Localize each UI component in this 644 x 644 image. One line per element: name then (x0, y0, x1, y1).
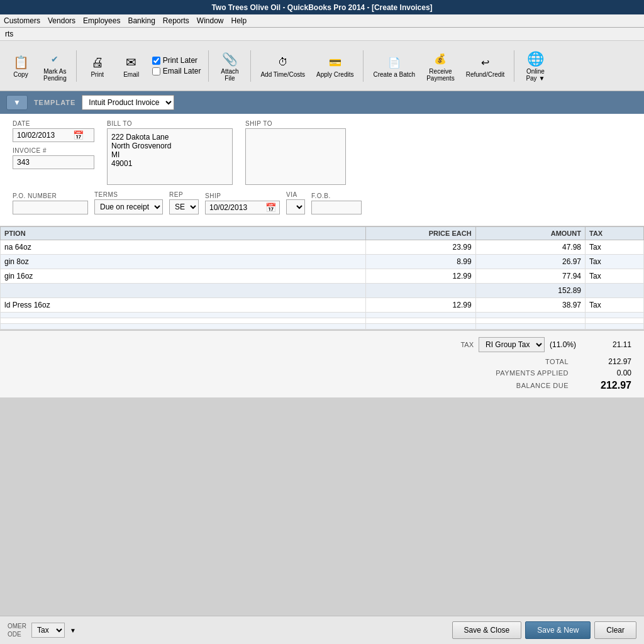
ship-date-field-group: SHIP 📅 (205, 192, 280, 214)
form-header: DATE 📅 INVOICE # BILL TO 222 Dakota Lane… (13, 120, 631, 185)
row-description[interactable]: na 64oz (1, 240, 366, 255)
terms-select[interactable]: Due on receipt Net 30 (94, 199, 163, 214)
invoice-num-input[interactable] (13, 155, 94, 169)
po-number-label: P.O. NUMBER (13, 192, 88, 199)
row-price[interactable]: 23.99 (366, 240, 475, 255)
bill-to-textarea[interactable]: 222 Dakota Lane North Grosvenord MI 4900… (107, 128, 233, 185)
row-tax[interactable] (585, 313, 643, 318)
fob-input[interactable] (311, 201, 362, 214)
bill-to-label: BILL TO (107, 120, 233, 127)
row-description[interactable] (1, 284, 366, 298)
online-pay-button[interactable]: 🌐 OnlinePay ▼ (519, 47, 551, 85)
row-description[interactable]: gin 8oz (1, 255, 366, 269)
action-bar: OMER ODE Tax Non ▼ Save & Close Save & N… (0, 616, 644, 644)
customer-tax-select[interactable]: Tax Non (31, 623, 65, 638)
rep-select[interactable]: SE (169, 199, 199, 214)
divider-4 (363, 50, 364, 82)
menu-banking[interactable]: Banking (128, 16, 155, 25)
row-price[interactable]: 12.99 (366, 298, 475, 313)
attach-file-button[interactable]: 📎 AttachFile (214, 47, 245, 85)
row-price[interactable] (366, 284, 475, 298)
date-field-group: DATE 📅 (13, 120, 94, 142)
row-description[interactable] (1, 324, 366, 330)
row-description[interactable]: gin 16oz (1, 269, 366, 284)
row-price[interactable] (366, 324, 475, 330)
terms-field-group: TERMS Due on receipt Net 30 (94, 191, 163, 214)
row-amount (475, 324, 585, 330)
row-description[interactable] (1, 313, 366, 318)
print-button[interactable]: 🖨 Print (82, 50, 113, 81)
email-later-checkbox-label[interactable]: Email Later (152, 67, 201, 75)
ship-calendar-icon[interactable]: 📅 (262, 201, 279, 214)
row-tax[interactable] (585, 318, 643, 324)
menu-employees[interactable]: Employees (83, 16, 120, 25)
balance-due-row: BALANCE DUE 212.97 (468, 380, 631, 391)
row-description[interactable]: ld Press 16oz (1, 298, 366, 313)
menu-bar: Customers Vendors Employees Banking Repo… (0, 14, 644, 28)
po-number-input[interactable] (13, 201, 88, 214)
menu-vendors[interactable]: Vendors (48, 16, 75, 25)
action-bar-left: OMER ODE Tax Non ▼ (8, 623, 76, 638)
row-amount: 26.97 (475, 255, 585, 269)
email-button[interactable]: ✉ Email (116, 50, 147, 81)
ship-date-input[interactable] (206, 201, 262, 214)
date-calendar-icon[interactable]: 📅 (70, 129, 87, 142)
create-batch-button[interactable]: 📄 Create a Batch (369, 50, 419, 81)
balance-due-value: 212.97 (581, 380, 631, 391)
row-tax[interactable] (585, 324, 643, 330)
template-select[interactable]: Intuit Product Invoice Intuit Service In… (82, 95, 174, 110)
print-email-options: Print Later Email Later (150, 53, 204, 78)
customer-code-label1: OMER (8, 623, 26, 630)
via-field-group: VIA (286, 191, 305, 214)
row-price[interactable]: 8.99 (366, 255, 475, 269)
attach-icon: 📎 (219, 50, 240, 68)
save-close-button[interactable]: Save & Close (452, 621, 522, 639)
menu-window[interactable]: Window (197, 16, 224, 25)
via-select[interactable] (286, 199, 305, 214)
row-tax[interactable]: Tax (585, 255, 643, 269)
tax-select[interactable]: RI Group Tax (479, 337, 545, 352)
print-later-checkbox[interactable] (152, 57, 160, 65)
total-row: TOTAL 212.97 (468, 357, 631, 366)
payments-applied-label: PAYMENTS APPLIED (468, 369, 569, 377)
row-price[interactable] (366, 313, 475, 318)
clear-button[interactable]: Clear (594, 621, 636, 639)
menu-help[interactable]: Help (231, 16, 247, 25)
table-row: gin 16oz12.9977.94Tax (1, 269, 644, 284)
rep-label: REP (169, 191, 199, 198)
row-description[interactable] (1, 318, 366, 324)
tax-label: TAX (460, 341, 474, 348)
title-text: Two Trees Olive Oil - QuickBooks Pro 201… (211, 3, 432, 12)
copy-button[interactable]: 📋 Copy (5, 50, 36, 81)
email-later-checkbox[interactable] (152, 67, 160, 75)
print-later-checkbox-label[interactable]: Print Later (152, 56, 201, 65)
save-new-button[interactable]: Save & New (525, 621, 591, 639)
breadcrumb: rts (5, 30, 13, 38)
ship-to-textarea[interactable] (245, 128, 346, 185)
row-tax[interactable]: Tax (585, 298, 643, 313)
row-tax[interactable] (585, 284, 643, 298)
row-price[interactable] (366, 318, 475, 324)
date-input[interactable] (13, 129, 70, 142)
template-arrow-button[interactable]: ▼ (6, 95, 28, 110)
add-time-costs-button[interactable]: ⏱ Add Time/Costs (256, 50, 309, 81)
apply-credits-button[interactable]: 💳 Apply Credits (312, 50, 358, 81)
row-amount: 152.89 (475, 284, 585, 298)
mark-as-pending-button[interactable]: ✔ Mark AsPending (39, 47, 71, 85)
fob-label: F.O.B. (311, 192, 362, 199)
template-bar: ▼ TEMPLATE Intuit Product Invoice Intuit… (0, 91, 644, 114)
row-tax[interactable]: Tax (585, 240, 643, 255)
row-tax[interactable]: Tax (585, 269, 643, 284)
date-input-container: 📅 (13, 128, 94, 142)
menu-reports[interactable]: Reports (163, 16, 189, 25)
menu-customers[interactable]: Customers (4, 16, 40, 25)
row-price[interactable]: 12.99 (366, 269, 475, 284)
divider-3 (250, 50, 251, 82)
ship-to-section: SHIP TO (245, 120, 346, 185)
table-header-row: PTION PRICE EACH AMOUNT TAX (1, 227, 644, 240)
refund-credit-button[interactable]: ↩ Refund/Credit (462, 50, 509, 81)
add-time-label: Add Time/Costs (260, 71, 305, 78)
col-header-price: PRICE EACH (366, 227, 475, 240)
receive-payments-button[interactable]: 💰 ReceivePayments (422, 47, 458, 85)
divider-2 (208, 50, 209, 82)
